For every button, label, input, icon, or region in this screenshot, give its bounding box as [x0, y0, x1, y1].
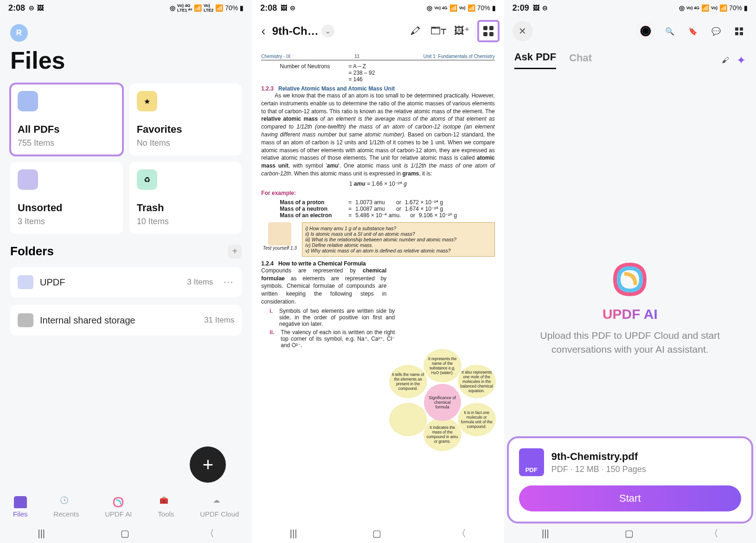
recents-icon: 🕓	[60, 496, 73, 508]
upload-panel: PDF 9th-Chemistry.pdf PDF · 12 MB · 150 …	[510, 439, 750, 521]
category-grid: All PDFs 755 Items ★ Favorites No Items …	[0, 78, 252, 239]
status-bar: 2:08 ⊝🖼 ◎Vo) 4GLTE1 ⁴ᴳ📶Vo)LTE2📶 70%▮	[0, 0, 252, 16]
updf-ai-logo-icon	[611, 261, 648, 298]
bookmark-icon[interactable]: 🔖	[685, 23, 701, 39]
back-button[interactable]: 〈	[205, 527, 214, 540]
favorites-icon: ★	[137, 91, 157, 111]
pdf-viewer-screen: 2:08 🖼⊝ ◎Vo) 4G📶Vo)📶 70%▮ ‹ 9th-Ch… ⌄ 🖍 …	[252, 0, 504, 543]
updf-logo[interactable]	[636, 22, 655, 40]
card-favorites[interactable]: ★ Favorites No Items	[129, 84, 242, 155]
grid-menu-icon[interactable]	[731, 23, 748, 39]
card-unsorted[interactable]: Unsorted 3 Items	[10, 162, 123, 234]
tools-icon: 🧰	[160, 496, 173, 508]
grid-menu-button[interactable]	[478, 21, 499, 41]
folder-more-icon[interactable]: ⋯	[223, 276, 234, 288]
unsorted-icon	[18, 169, 38, 190]
ai-header: ✕ 🔍 🔖 💬	[504, 16, 756, 46]
files-header: R Files	[0, 16, 252, 78]
bottom-nav: Files 🕓Recents UPDF AI 🧰Tools ☁UPDF Clou…	[0, 490, 252, 524]
nav-files[interactable]: Files	[13, 496, 28, 518]
system-nav: ||| ▢ 〈	[252, 524, 504, 543]
ai-tabs: Ask PDF Chat 🖌 ✦	[504, 46, 756, 74]
nav-updf-ai[interactable]: UPDF AI	[105, 496, 132, 518]
flower-diagram: It represents the name of the substance …	[389, 349, 496, 451]
highlight-tool-icon[interactable]: 🖍	[405, 21, 426, 41]
system-nav: ||| ▢ 〈	[0, 524, 252, 543]
chevron-down-icon[interactable]: ⌄	[321, 25, 334, 38]
home-button[interactable]: ▢	[372, 528, 381, 539]
scientist-illustration	[268, 222, 291, 246]
file-title[interactable]: 9th-Ch…	[272, 25, 319, 38]
card-all-pdfs[interactable]: All PDFs 755 Items	[10, 84, 123, 155]
files-icon	[14, 496, 27, 508]
back-icon[interactable]: ‹	[257, 24, 269, 39]
ai-subtitle: Upload this PDF to UPDF Cloud and start …	[523, 329, 737, 356]
close-button[interactable]: ✕	[513, 21, 533, 41]
folder-icon	[18, 275, 33, 289]
pdf-page-content[interactable]: Chemistry - IX 11 Unit 1: Fundamentals o…	[256, 48, 500, 521]
recents-button[interactable]: |||	[38, 528, 45, 539]
tab-ask-pdf[interactable]: Ask PDF	[514, 51, 556, 69]
pdf-toolbar: ‹ 9th-Ch… ⌄ 🖍 🗔ᴛ 🖼⁺	[252, 16, 504, 46]
storage-icon	[18, 313, 33, 327]
home-button[interactable]: ▢	[121, 528, 129, 539]
translate-icon[interactable]: 🗔ᴛ	[429, 21, 449, 41]
trash-icon: ♻	[137, 169, 157, 190]
all-pdfs-icon	[18, 91, 38, 111]
brush-icon[interactable]: 🖌	[722, 56, 729, 65]
status-right: ◎Vo) 4GLTE1 ⁴ᴳ📶Vo)LTE2📶 70%▮	[170, 3, 243, 13]
sparkle-icon[interactable]: ✦	[737, 54, 746, 67]
pdf-file-icon: PDF	[519, 448, 544, 476]
files-screen: 2:08 ⊝🖼 ◎Vo) 4GLTE1 ⁴ᴳ📶Vo)LTE2📶 70%▮ R F…	[0, 0, 252, 543]
ai-title: UPDF AI	[602, 306, 658, 322]
file-info: PDF 9th-Chemistry.pdf PDF · 12 MB · 150 …	[519, 448, 741, 476]
folder-updf[interactable]: UPDF 3 Items ⋯	[10, 267, 242, 297]
folder-internal-storage[interactable]: Internal shared storage 31 Items	[10, 305, 242, 336]
nav-tools[interactable]: 🧰Tools	[158, 496, 174, 518]
status-bar: 2:09 🖼⊝ ◎Vo) 4G📶Vo)📶 70%▮	[504, 0, 756, 16]
cloud-icon: ☁	[213, 496, 226, 508]
back-button[interactable]: 〈	[709, 527, 718, 540]
page-title: Files	[10, 46, 242, 74]
image-tool-icon[interactable]: 🖼⁺	[452, 21, 472, 41]
recents-button[interactable]: |||	[542, 528, 549, 539]
svg-point-1	[642, 28, 649, 35]
tab-chat[interactable]: Chat	[569, 52, 592, 69]
add-folder-button[interactable]: +	[228, 245, 242, 259]
search-icon[interactable]: 🔍	[661, 23, 678, 39]
nav-cloud[interactable]: ☁UPDF Cloud	[200, 496, 239, 518]
system-nav: ||| ▢ 〈	[504, 524, 756, 543]
home-button[interactable]: ▢	[625, 528, 634, 539]
recents-button[interactable]: |||	[290, 528, 297, 539]
status-notif-icons: ⊝🖼	[29, 4, 44, 12]
card-trash[interactable]: ♻ Trash 10 Items	[129, 162, 242, 234]
start-button[interactable]: Start	[519, 485, 741, 511]
ai-screen: 2:09 🖼⊝ ◎Vo) 4G📶Vo)📶 70%▮ ✕ 🔍 🔖 💬 Ask PD…	[504, 0, 756, 543]
chat-icon[interactable]: 💬	[708, 23, 724, 39]
folders-header: Folders +	[0, 239, 252, 263]
nav-recents[interactable]: 🕓Recents	[53, 496, 79, 518]
ai-icon	[112, 496, 125, 508]
fab-add-button[interactable]: +	[190, 446, 226, 483]
status-time: 2:08	[8, 3, 25, 13]
status-bar: 2:08 🖼⊝ ◎Vo) 4G📶Vo)📶 70%▮	[252, 0, 504, 16]
back-button[interactable]: 〈	[457, 527, 466, 540]
avatar[interactable]: R	[10, 24, 28, 42]
